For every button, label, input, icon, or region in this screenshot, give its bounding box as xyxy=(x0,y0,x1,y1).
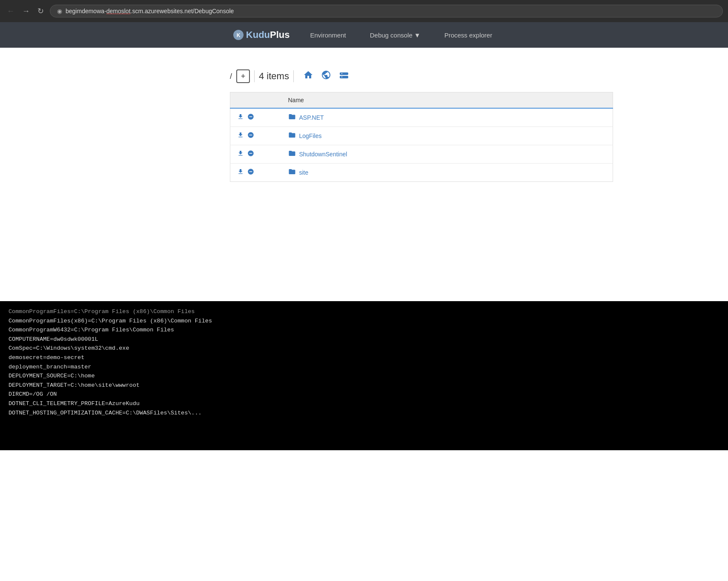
download-icon[interactable] xyxy=(237,168,244,177)
site-icon: ◉ xyxy=(57,8,62,14)
table-cell-actions xyxy=(230,164,281,182)
folder-name: LogFiles xyxy=(299,132,322,139)
debug-console-arrow-icon: ▼ xyxy=(414,32,421,39)
table-cell-actions xyxy=(230,108,281,127)
remove-icon[interactable] xyxy=(247,132,254,140)
server-icon xyxy=(339,70,349,80)
table-row: site xyxy=(230,164,613,182)
action-icons xyxy=(237,150,275,158)
table-row: LogFiles xyxy=(230,127,613,145)
folder-icon xyxy=(288,150,296,159)
action-icons xyxy=(237,113,275,122)
file-table: Name ASP.NET xyxy=(230,92,613,182)
globe-icon-button[interactable] xyxy=(320,69,332,83)
action-icons xyxy=(237,132,275,140)
folder-link[interactable]: ShutdownSentinel xyxy=(288,150,606,159)
remove-icon[interactable] xyxy=(247,113,254,122)
terminal-line: CommonProgramW6432=C:\Program Files\Comm… xyxy=(9,325,719,335)
folder-link[interactable]: site xyxy=(288,168,606,177)
terminal-line: DOTNET_CLI_TELEMETRY_PROFILE=AzureKudu xyxy=(9,399,719,408)
breadcrumb-divider xyxy=(254,70,255,82)
remove-icon[interactable] xyxy=(247,150,254,158)
download-icon[interactable] xyxy=(237,132,244,140)
table-cell-name: site xyxy=(281,164,613,182)
brand-plus-text: Plus xyxy=(270,29,289,40)
address-bar-text: begimdemowa-demoslot.scm.azurewebsites.n… xyxy=(66,8,234,14)
terminal-line: CommonProgramFiles=C:\Program Files (x86… xyxy=(9,307,719,316)
file-explorer: / + 4 items xyxy=(0,60,728,182)
table-row: ASP.NET xyxy=(230,108,613,127)
folder-icon xyxy=(288,131,296,141)
terminal-line: COMPUTERNAME=dw0sdwk00001L xyxy=(9,335,719,344)
browser-chrome: ← → ↻ ◉ begimdemowa-demoslot.scm.azurewe… xyxy=(0,0,728,22)
address-bar[interactable]: ◉ begimdemowa-demoslot.scm.azurewebsites… xyxy=(50,5,723,17)
kudu-logo-icon: K xyxy=(232,29,244,41)
table-cell-name: ShutdownSentinel xyxy=(281,145,613,164)
table-cell-actions xyxy=(230,145,281,164)
app-navbar: K Kudu Plus Environment Debug console ▼ … xyxy=(0,22,728,48)
home-icon-button[interactable] xyxy=(302,69,314,83)
nav-environment[interactable]: Environment xyxy=(307,30,349,40)
download-icon[interactable] xyxy=(237,150,244,158)
home-icon xyxy=(303,70,313,80)
terminal-line: ComSpec=C:\Windows\system32\cmd.exe xyxy=(9,344,719,353)
forward-button[interactable]: → xyxy=(20,5,32,17)
terminal-line: DOTNET_HOSTING_OPTIMIZATION_CACHE=C:\DWA… xyxy=(9,408,719,418)
breadcrumb-divider-2 xyxy=(293,70,294,82)
table-row: ShutdownSentinel xyxy=(230,145,613,164)
action-icons xyxy=(237,168,275,177)
table-cell-name: LogFiles xyxy=(281,127,613,145)
folder-name: ShutdownSentinel xyxy=(299,151,347,158)
folder-link[interactable]: LogFiles xyxy=(288,131,606,141)
name-column-header: Name xyxy=(281,92,613,109)
nav-debug-console[interactable]: Debug console ▼ xyxy=(367,30,424,40)
breadcrumb-bar: / + 4 items xyxy=(230,69,350,83)
items-count: 4 items xyxy=(259,71,289,82)
brand-kudu-text: Kudu xyxy=(246,29,270,40)
folder-link[interactable]: ASP.NET xyxy=(288,113,606,122)
table-cell-actions xyxy=(230,127,281,145)
nav-process-explorer[interactable]: Process explorer xyxy=(441,30,496,40)
folder-icon xyxy=(288,113,296,122)
breadcrumb-slash: / xyxy=(230,72,232,81)
back-button[interactable]: ← xyxy=(5,5,16,17)
terminal-line: DEPLOYMENT_TARGET=C:\home\site\wwwroot xyxy=(9,381,719,390)
server-icon-button[interactable] xyxy=(338,69,350,83)
reload-button[interactable]: ↻ xyxy=(36,5,46,17)
svg-text:K: K xyxy=(236,32,240,38)
main-content: / + 4 items xyxy=(0,48,728,450)
download-icon[interactable] xyxy=(237,113,244,122)
add-button[interactable]: + xyxy=(236,69,250,83)
table-cell-name: ASP.NET xyxy=(281,108,613,127)
folder-icon xyxy=(288,168,296,177)
globe-icon xyxy=(321,70,331,80)
terminal-line: deployment_branch=master xyxy=(9,362,719,372)
actions-column-header xyxy=(230,92,281,109)
terminal-section: CommonProgramFiles=C:\Program Files (x86… xyxy=(0,301,728,450)
folder-name: site xyxy=(299,169,309,176)
terminal-line: DIRCMD=/OG /ON xyxy=(9,390,719,399)
folder-name: ASP.NET xyxy=(299,114,324,121)
table-header-row: Name xyxy=(230,92,613,109)
terminal-line: demosecret=demo-secret xyxy=(9,353,719,362)
toolbar-icons xyxy=(302,69,350,83)
brand: K Kudu Plus xyxy=(232,29,290,41)
terminal-line: CommonProgramFiles(x86)=C:\Program Files… xyxy=(9,316,719,326)
terminal-line: DEPLOYMENT_SOURCE=C:\home xyxy=(9,371,719,381)
remove-icon[interactable] xyxy=(247,168,254,177)
